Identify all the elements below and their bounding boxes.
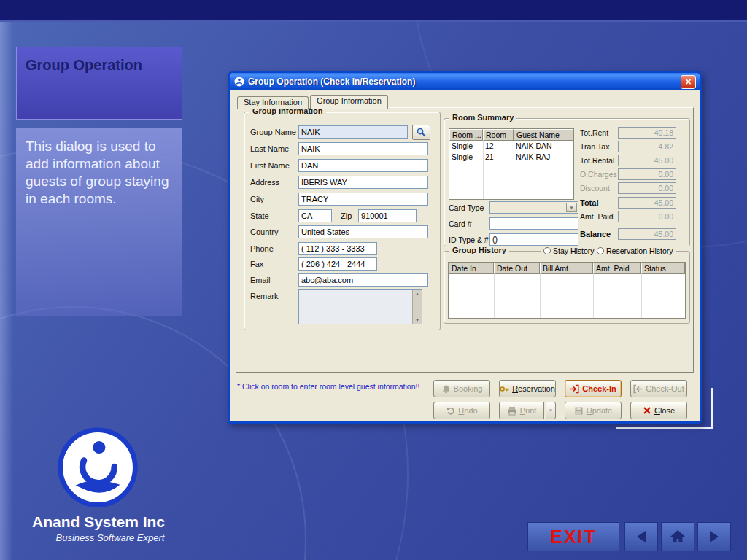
- card-type-select[interactable]: ▼: [489, 201, 578, 214]
- id-type-label: ID Type & #: [449, 236, 489, 244]
- table-column-divider: [593, 274, 594, 318]
- nav-back-button[interactable]: [624, 522, 658, 551]
- table-cell[interactable]: Single: [449, 152, 483, 163]
- tot-rental-label: Tot.Rental: [580, 156, 614, 165]
- radio-circle-icon[interactable]: [597, 247, 604, 254]
- print-options-button[interactable]: ▼: [546, 402, 556, 419]
- address-input[interactable]: IBERIS WAY: [298, 176, 428, 189]
- id-type-input[interactable]: (): [489, 233, 578, 246]
- close-button[interactable]: Close: [630, 402, 687, 419]
- radio-circle-icon[interactable]: [543, 247, 551, 254]
- total-row-o-charges: O.Charges 0.00: [580, 168, 686, 181]
- exit-button[interactable]: EXIT: [527, 522, 619, 551]
- total-value: 45.00: [618, 197, 676, 209]
- group-history-box: Group History Stay History Reservation H…: [444, 251, 690, 324]
- booking-button[interactable]: Booking: [433, 380, 490, 397]
- city-label: City: [250, 195, 264, 203]
- last-name-input[interactable]: NAIK: [298, 142, 428, 155]
- tran-tax-value: 4.82: [618, 141, 676, 152]
- tab-group-information[interactable]: Group Information: [310, 95, 388, 109]
- total-row-balance: Balance 45.00: [580, 228, 686, 241]
- table-header-cell[interactable]: Guest Name: [514, 129, 573, 141]
- nav-forward-button[interactable]: [697, 522, 731, 551]
- table-row[interactable]: Single 12 NAIK DAN: [449, 141, 573, 152]
- scroll-down-icon[interactable]: ▼: [415, 318, 419, 322]
- scroll-up-icon[interactable]: ▲: [415, 292, 419, 296]
- remark-textarea[interactable]: [298, 289, 422, 324]
- table-header-cell[interactable]: Amt. Paid: [593, 262, 641, 274]
- phone-label: Phone: [250, 244, 274, 253]
- table-header-cell[interactable]: Room: [483, 129, 514, 141]
- zip-input[interactable]: 910001: [358, 209, 417, 222]
- forward-arrow-icon: [706, 529, 722, 544]
- remark-scrollbar[interactable]: ▲ ▼: [412, 290, 422, 324]
- slide-description-box: This dialog is used to add information a…: [16, 128, 182, 316]
- tab-stay-information[interactable]: Stay Information: [237, 96, 309, 109]
- undo-label: Undo: [458, 406, 477, 415]
- card-number-label: Card #: [449, 219, 472, 228]
- state-input[interactable]: CA: [298, 209, 332, 222]
- slide-title-box: Group Operation: [16, 47, 182, 120]
- tot-rent-value: 40.18: [618, 127, 676, 139]
- card-type-row: Card Type ▼: [449, 201, 580, 214]
- check-in-button[interactable]: Check-In: [565, 380, 622, 397]
- zip-label: Zip: [341, 211, 352, 220]
- remark-label: Remark: [250, 292, 279, 300]
- fax-input[interactable]: ( 206 ) 424 - 2444: [298, 257, 377, 271]
- tot-rent-label: Tot.Rent: [580, 128, 608, 137]
- first-name-label: First Name: [250, 161, 290, 170]
- country-input[interactable]: United States: [298, 225, 428, 238]
- reservation-button[interactable]: Reservation: [499, 380, 556, 397]
- nav-home-button[interactable]: [661, 522, 694, 551]
- table-cell[interactable]: 12: [483, 141, 514, 152]
- city-row: City TRACY: [247, 192, 437, 207]
- group-history-legend: Group History: [449, 246, 509, 254]
- back-arrow-icon: [633, 529, 649, 544]
- table-header-cell[interactable]: Date In: [449, 262, 494, 274]
- card-number-input[interactable]: [489, 217, 578, 230]
- history-table-header: Date In Date Out Bill Amt. Amt. Paid Sta…: [449, 262, 685, 274]
- window-titlebar[interactable]: Group Operation (Check In/Reservation) ×: [230, 73, 700, 90]
- total-row-discount: Discount 0.00: [580, 182, 686, 195]
- state-label: State: [250, 211, 269, 220]
- group-name-label: Group Name: [250, 128, 296, 136]
- first-name-input[interactable]: DAN: [298, 159, 428, 172]
- window-title: Group Operation (Check In/Reservation): [248, 77, 678, 87]
- booking-icon: [441, 384, 451, 394]
- stay-history-radio[interactable]: Stay History: [541, 246, 597, 255]
- table-row[interactable]: Single 21 NAIK RAJ: [449, 152, 573, 163]
- search-button[interactable]: [412, 125, 430, 140]
- table-cell[interactable]: NAIK DAN: [514, 141, 573, 152]
- tot-rental-value: 45.00: [618, 155, 676, 166]
- room-summary-table[interactable]: Room ... Room Guest Name Single 12 NAIK …: [449, 128, 574, 200]
- fax-label: Fax: [250, 260, 263, 268]
- discount-label: Discount: [580, 184, 610, 192]
- table-header-cell[interactable]: Room ...: [449, 129, 483, 141]
- table-header-cell[interactable]: Bill Amt.: [540, 262, 593, 274]
- close-window-button[interactable]: ×: [681, 75, 696, 89]
- undo-button[interactable]: Undo: [433, 402, 490, 419]
- table-cell[interactable]: Single: [449, 141, 483, 152]
- check-out-label: Check-Out: [646, 384, 684, 393]
- group-name-input[interactable]: NAIK: [298, 125, 408, 139]
- table-header-cell[interactable]: Status: [641, 262, 685, 274]
- first-name-row: First Name DAN: [247, 159, 437, 174]
- table-cell[interactable]: NAIK RAJ: [514, 152, 573, 163]
- update-button[interactable]: Update: [565, 402, 622, 419]
- table-header-cell[interactable]: Date Out: [494, 262, 540, 274]
- phone-input[interactable]: ( 112 ) 333 - 3333: [298, 242, 377, 255]
- reservation-history-radio[interactable]: Reservation History: [595, 246, 676, 255]
- group-history-table[interactable]: Date In Date Out Bill Amt. Amt. Paid Sta…: [448, 262, 686, 319]
- company-logo: [56, 426, 139, 509]
- table-cell[interactable]: 21: [483, 152, 514, 163]
- total-row-tot-rent: Tot.Rent 40.18: [580, 127, 686, 139]
- chevron-down-icon[interactable]: ▼: [566, 203, 577, 212]
- last-name-row: Last Name NAIK: [247, 142, 437, 157]
- close-label: Close: [654, 406, 675, 415]
- email-input[interactable]: abc@aba.com: [298, 273, 428, 287]
- footer-note: * Click on room to enter room level gues…: [237, 382, 433, 391]
- room-summary-box: Room Summary Room ... Room Guest Name Si…: [444, 118, 690, 246]
- city-input[interactable]: TRACY: [298, 192, 428, 206]
- print-button[interactable]: Print: [499, 402, 544, 419]
- check-out-button[interactable]: Check-Out: [630, 380, 687, 397]
